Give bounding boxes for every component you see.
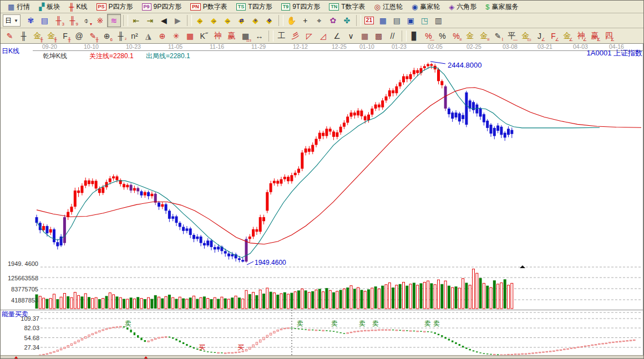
span-measure-button[interactable]: ↔ — [252, 29, 266, 43]
goto-first-button[interactable]: ⇤ — [129, 14, 143, 27]
calculator-button[interactable]: ▦ — [376, 14, 390, 27]
grid-coarse-button[interactable]: ▩ — [372, 29, 386, 43]
memo-button[interactable]: ▤ — [390, 14, 404, 27]
scroll-strip[interactable] — [1, 355, 644, 359]
square-web-button[interactable]: ▦ — [183, 29, 197, 43]
menu-item-kline[interactable]: ╫K线 — [65, 1, 91, 13]
export-button[interactable]: ◳ — [418, 14, 432, 27]
fan-box-2-button[interactable]: ◿ — [316, 29, 330, 43]
volume-bar-up — [290, 293, 293, 309]
zoom-horizontal-button[interactable]: ◆↔ — [221, 14, 235, 27]
zoom-all-button[interactable]: ◆✥ — [262, 14, 276, 27]
ping-underline-button[interactable]: 平— — [505, 29, 519, 43]
compass-6-button[interactable]: ⊕6 — [100, 29, 114, 43]
fan-rays-button[interactable]: 彡 — [288, 29, 302, 43]
menu-item-p-table[interactable]: PNP数字表 — [186, 1, 231, 13]
parallel-lines-button[interactable]: // — [386, 29, 399, 43]
color-kline-button[interactable]: ≋ — [107, 14, 121, 27]
f-angle-button[interactable]: F∠ — [546, 29, 560, 43]
grid-sq-button[interactable]: ╫² — [114, 29, 128, 43]
zoom-star-button[interactable]: ◆✳ — [249, 14, 262, 27]
wave-3-button[interactable]: ╫3 — [52, 14, 65, 27]
period-selector[interactable]: 日 ▼ — [3, 14, 21, 27]
v-lines-button[interactable]: ∨ — [344, 29, 358, 43]
j-angle-button[interactable]: J∠ — [533, 29, 546, 43]
ying-angle-button[interactable]: 赢∠ — [588, 29, 602, 43]
chart-canvas[interactable]: 09-2010-1010-2311-0511-1611-2912-1212-25… — [1, 44, 644, 359]
pen-grid-button[interactable]: ✎╫ — [86, 29, 100, 43]
indicator-bar-up — [539, 352, 541, 353]
qiankun-pattern-button[interactable]: ※ — [93, 14, 107, 27]
pen-candle-button[interactable]: ✎⌇ — [491, 29, 505, 43]
percent-line-button[interactable]: %≡ — [449, 29, 463, 43]
gold-box-button[interactable]: 金▭ — [519, 29, 533, 43]
ying-tool-button[interactable]: 赢 — [225, 29, 239, 43]
grid-lines-button[interactable]: ╫ — [17, 29, 31, 43]
crosshair-button[interactable]: + — [298, 14, 312, 27]
tool-purple-button[interactable]: ✿ — [326, 14, 340, 27]
menu-item-9p-square[interactable]: P99P四方形 — [138, 1, 186, 13]
shen-angle-button[interactable]: 神∠ — [574, 29, 588, 43]
star-burst-button[interactable]: ✳ — [169, 29, 183, 43]
note-button[interactable]: ▤ — [38, 14, 52, 27]
circle-cross-button[interactable]: ⊕ — [155, 29, 169, 43]
indicator-bar-up — [88, 335, 90, 336]
bar-steps-button[interactable]: ▊ — [408, 29, 422, 43]
calendar-button[interactable]: 21 — [362, 14, 376, 27]
si-angle-button[interactable]: 四∠ — [602, 29, 616, 43]
n-squared-button[interactable]: n² — [128, 29, 141, 43]
gold-grid-2-button[interactable]: 金╫ — [44, 29, 58, 43]
menu-item-9t-square[interactable]: T99T四方形 — [277, 1, 324, 13]
wave-9-button[interactable]: ╫9 — [65, 14, 79, 27]
percent-button[interactable]: % — [435, 29, 449, 43]
gold-circle-button[interactable]: 金 — [463, 29, 477, 43]
tool-cycle-button[interactable]: ✤ — [340, 14, 354, 27]
volume-bar-down — [511, 283, 513, 309]
pen-button[interactable]: ✎ — [3, 29, 17, 43]
menu-item-p-square[interactable]: PSP四方形 — [93, 1, 137, 13]
menu-item-sectors[interactable]: ▞板块 — [35, 1, 64, 13]
pc-sync-button[interactable]: ▥ — [432, 14, 445, 27]
gold-angle-button[interactable]: 金∠ — [560, 29, 574, 43]
chart-area[interactable]: 09-2010-1010-2311-0511-1611-2912-1212-25… — [1, 44, 644, 359]
shen-tool-button[interactable]: 神 — [211, 29, 225, 43]
zoom-measure-button[interactable]: ⌖ — [312, 14, 326, 27]
f-grid-button[interactable]: F╫ — [58, 29, 72, 43]
frame-tool-button[interactable]: 工 — [275, 29, 288, 43]
zoom-left-button[interactable]: ◆← — [193, 14, 207, 27]
spiral-button[interactable]: @ — [72, 29, 86, 43]
gold-grid-1-button[interactable]: 金╫ — [31, 29, 44, 43]
grid-123-button[interactable]: ▦₁₂₃ — [239, 29, 252, 43]
menu-item-hexagon[interactable]: ◈六角形 — [445, 1, 480, 13]
k-mark-button[interactable]: K˝ — [197, 29, 211, 43]
indicator-bar-down — [459, 344, 460, 346]
flag-tool-button[interactable]: ◮ — [141, 29, 155, 43]
angle-lines-button[interactable]: ∠ — [330, 29, 344, 43]
scroll-marker-2[interactable] — [144, 356, 148, 359]
menu-item-quotes[interactable]: ▦行情 — [4, 1, 34, 13]
fan-box-1-button[interactable]: ◸ — [302, 29, 316, 43]
indicator-bar-up — [60, 348, 62, 350]
mesh-button[interactable]: ✾ — [24, 14, 38, 27]
goto-last-button[interactable]: ⇥ — [143, 14, 157, 27]
candle-body — [70, 207, 73, 212]
candle-style-button[interactable]: ⌽▾ — [79, 14, 93, 27]
hand-drag-button[interactable]: ✋ — [285, 14, 298, 27]
menu-item-winner-service[interactable]: $赢家服务 — [481, 1, 522, 13]
gold-levels-button[interactable]: 金≡ — [477, 29, 491, 43]
indicator-bar-down — [438, 334, 439, 335]
menu-item-gann-wheel[interactable]: ◎江恩轮 — [371, 1, 407, 13]
menu-item-t-table[interactable]: TNT数字表 — [325, 1, 369, 13]
percent-red-button[interactable]: %— — [422, 29, 435, 43]
scroll-marker-1[interactable] — [14, 356, 18, 359]
candle-body — [112, 176, 115, 178]
menu-item-winner-wheel[interactable]: ◉赢家轮 — [408, 1, 444, 13]
grid-fine-button[interactable]: ▦ — [358, 29, 372, 43]
candle-body — [374, 105, 377, 109]
zoom-right-button[interactable]: ◆→ — [207, 14, 221, 27]
save-button[interactable]: ▣ — [404, 14, 418, 27]
zoom-compress-button[interactable]: ◆⇄ — [235, 14, 249, 27]
menu-item-t-square[interactable]: TST四方形 — [232, 1, 276, 13]
page-next-button[interactable]: ▶ — [171, 14, 185, 27]
page-prev-button[interactable]: ◀ — [157, 14, 171, 27]
